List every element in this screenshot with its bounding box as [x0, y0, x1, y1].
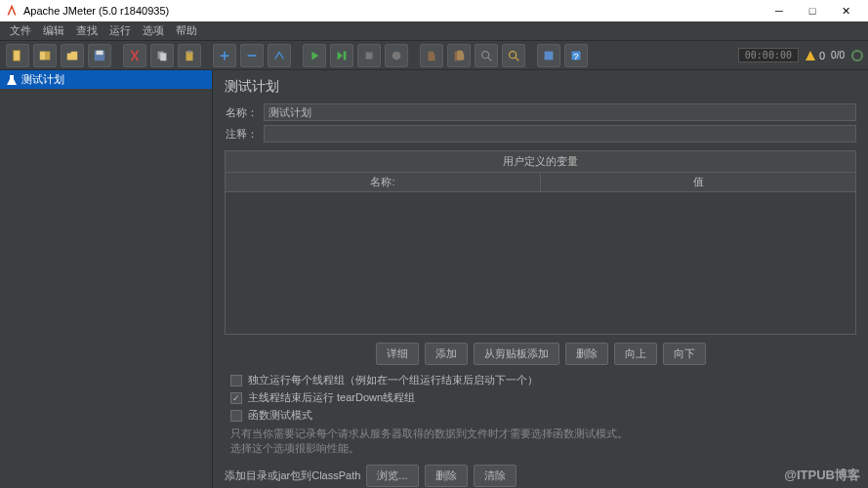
- window-titlebar: Apache JMeter (5.0 r1840935) ─ □ ✕: [0, 0, 868, 21]
- svg-rect-10: [366, 52, 373, 59]
- svg-point-11: [393, 51, 401, 60]
- menu-edit[interactable]: 编辑: [37, 23, 70, 38]
- tree-root-label: 测试计划: [21, 72, 64, 87]
- app-logo-icon: [6, 5, 18, 17]
- comment-input[interactable]: [264, 125, 856, 142]
- user-vars-body[interactable]: [226, 192, 855, 334]
- help-button[interactable]: ?: [564, 44, 588, 67]
- clear-all-button[interactable]: [447, 44, 471, 67]
- functional-mode-checkbox[interactable]: [230, 410, 242, 422]
- help-text: 只有当你需要记录每个请求从服务器取得的数据到文件时才需要选择函数测试模式。 选择…: [225, 427, 856, 457]
- close-button[interactable]: ✕: [829, 0, 862, 21]
- shutdown-button[interactable]: [385, 44, 408, 67]
- name-input[interactable]: [264, 103, 856, 121]
- teardown-checkbox[interactable]: [230, 392, 242, 404]
- tree-sidebar: 测试计划: [0, 70, 213, 488]
- flask-icon: [6, 74, 18, 86]
- cut-button[interactable]: [123, 44, 146, 67]
- toolbar: ? 00:00:00 0 0/0: [0, 41, 868, 70]
- paste-button[interactable]: [178, 44, 201, 67]
- svg-text:?: ?: [573, 50, 578, 61]
- function-helper-button[interactable]: [537, 44, 560, 67]
- maximize-button[interactable]: □: [796, 0, 829, 21]
- user-vars-header: 用户定义的变量: [225, 150, 856, 173]
- reset-search-button[interactable]: [502, 44, 525, 67]
- delete-var-button[interactable]: 删除: [565, 343, 608, 365]
- menu-file[interactable]: 文件: [4, 23, 37, 38]
- tree-root-test-plan[interactable]: 测试计划: [0, 70, 212, 89]
- down-button[interactable]: 向下: [663, 343, 706, 365]
- window-title: Apache JMeter (5.0 r1840935): [23, 5, 763, 17]
- add-button[interactable]: [213, 44, 236, 67]
- detail-button[interactable]: 详细: [376, 343, 419, 365]
- independent-threads-checkbox[interactable]: [230, 375, 242, 386]
- save-button[interactable]: [88, 44, 111, 67]
- svg-rect-1: [40, 51, 45, 60]
- start-button[interactable]: [303, 44, 326, 67]
- svg-point-12: [482, 51, 489, 58]
- elapsed-timer: 00:00:00: [738, 48, 799, 62]
- paste-var-button[interactable]: 从剪贴板添加: [474, 343, 559, 365]
- col-value[interactable]: 值: [541, 173, 855, 191]
- classpath-clear-button[interactable]: 清除: [474, 465, 517, 487]
- panel-title: 测试计划: [225, 78, 856, 96]
- teardown-label: 主线程结束后运行 tearDown线程组: [248, 390, 415, 405]
- thread-indicator-icon: [850, 49, 864, 62]
- svg-rect-6: [160, 53, 166, 61]
- independent-threads-label: 独立运行每个线程组（例如在一个组运行结束后启动下一个）: [248, 373, 538, 387]
- start-no-pause-button[interactable]: [330, 44, 353, 67]
- classpath-delete-button[interactable]: 删除: [425, 465, 468, 487]
- svg-rect-0: [14, 50, 21, 61]
- minimize-button[interactable]: ─: [763, 0, 796, 21]
- comment-label: 注释：: [225, 127, 264, 142]
- menu-search[interactable]: 查找: [70, 23, 103, 38]
- menubar: 文件 编辑 查找 运行 选项 帮助: [0, 21, 868, 41]
- browse-button[interactable]: 浏览...: [366, 465, 418, 487]
- menu-options[interactable]: 选项: [137, 23, 170, 38]
- menu-help[interactable]: 帮助: [170, 23, 203, 38]
- svg-point-13: [510, 51, 517, 58]
- menu-run[interactable]: 运行: [103, 23, 137, 38]
- col-name[interactable]: 名称:: [226, 173, 541, 191]
- open-button[interactable]: [61, 44, 84, 67]
- watermark: @ITPUB博客: [784, 467, 860, 484]
- stop-button[interactable]: [357, 44, 381, 67]
- classpath-label: 添加目录或jar包到ClassPath: [225, 468, 360, 483]
- toggle-button[interactable]: [268, 44, 291, 67]
- svg-rect-4: [97, 50, 103, 54]
- warning-icon: [805, 50, 816, 61]
- name-label: 名称：: [225, 105, 264, 120]
- remove-button[interactable]: [240, 44, 264, 67]
- warning-badge: 0: [805, 50, 825, 61]
- svg-rect-9: [344, 51, 347, 60]
- svg-rect-8: [187, 50, 191, 53]
- clear-button[interactable]: [420, 44, 443, 67]
- svg-rect-2: [45, 51, 50, 60]
- new-button[interactable]: [6, 44, 29, 67]
- search-button[interactable]: [475, 44, 498, 67]
- svg-point-17: [852, 51, 862, 61]
- copy-button[interactable]: [150, 44, 174, 67]
- functional-mode-label: 函数测试模式: [248, 408, 312, 423]
- up-button[interactable]: 向上: [614, 343, 657, 365]
- add-var-button[interactable]: 添加: [425, 343, 468, 365]
- user-vars-table: 名称: 值: [225, 173, 856, 335]
- templates-button[interactable]: [33, 44, 57, 67]
- error-count: 0/0: [831, 50, 845, 61]
- main-panel: 测试计划 名称： 注释： 用户定义的变量 名称: 值 详细 添加 从剪贴板添加 …: [213, 70, 868, 488]
- svg-rect-14: [545, 51, 554, 60]
